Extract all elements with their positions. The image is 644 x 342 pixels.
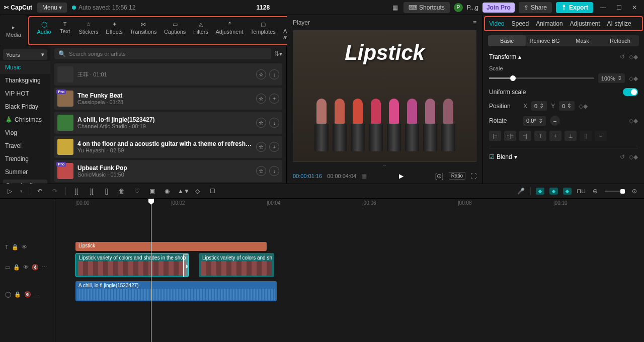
chip-2[interactable]: ◈ [549, 188, 558, 195]
reset-icon[interactable]: ↺ [620, 53, 625, 60]
shield-tool[interactable]: ♡ [132, 188, 141, 195]
sidebar-item-trending[interactable]: Trending [0, 152, 50, 165]
fav-button[interactable]: ☆ [256, 94, 266, 104]
tab-audio[interactable]: ◯Audio [33, 19, 55, 42]
delete-tool[interactable]: 🗑 [117, 188, 126, 195]
avatar[interactable]: P [454, 3, 463, 12]
chip-1[interactable]: ◈ [536, 188, 544, 195]
filter-icon[interactable]: ⇅▾ [274, 50, 282, 57]
tab-templates[interactable]: ▢Templates [247, 19, 279, 42]
share-button[interactable]: ⇪ Share [519, 2, 552, 13]
sounds-select[interactable]: Sounds eff...▾ [3, 180, 47, 184]
prop-tab-video[interactable]: Video [489, 20, 504, 27]
tab-media[interactable]: ▸Media [2, 22, 25, 40]
tab-stickers[interactable]: ☆Stickers [75, 19, 102, 42]
tab-text[interactable]: TText [55, 19, 75, 42]
mirror-tool[interactable]: ▲▼ [178, 188, 187, 195]
align-left[interactable]: |≡ [489, 131, 501, 141]
pos-y-input[interactable]: 0 ⇕ [559, 101, 575, 111]
subtab-retouch[interactable]: Retouch [601, 35, 639, 46]
transition-handle[interactable]: ⋈ [183, 254, 189, 277]
align-vcenter[interactable]: + [549, 131, 561, 141]
zoom-out[interactable]: ⊖ [591, 188, 600, 195]
crop-tool[interactable]: ▣ [147, 188, 156, 195]
join-pro-button[interactable]: Join Pro [482, 3, 515, 13]
pointer-tool[interactable]: ▷ [5, 188, 14, 195]
lock-icon[interactable]: 🔒 [12, 244, 19, 250]
keyframe-icon[interactable]: ◇◆ [629, 75, 638, 82]
add-button[interactable]: ↓ [269, 118, 279, 128]
undo-button[interactable]: ↶ [35, 188, 44, 195]
mute-icon[interactable]: 🔇 [32, 264, 39, 271]
prop-tab-speed[interactable]: Speed [511, 20, 529, 27]
scale-slider[interactable] [489, 77, 594, 79]
rotate-dial[interactable]: – [550, 116, 560, 126]
yours-select[interactable]: Yours▾ [3, 49, 47, 60]
sidebar-item-viphot[interactable]: VIP HOT [0, 87, 50, 100]
tab-transitions[interactable]: ⋈Transitions [126, 19, 160, 42]
prop-tab-animation[interactable]: Animation [536, 20, 562, 27]
lock-icon[interactable]: 🔒 [13, 264, 20, 271]
search-input[interactable]: 🔍 [54, 48, 271, 59]
fav-button[interactable]: ☆ [256, 69, 266, 79]
sidebar-item-summer[interactable]: Summer [0, 165, 50, 179]
transform-label[interactable]: Transform ▴ [489, 53, 521, 60]
fullscreen-icon[interactable]: ⛶ [470, 173, 476, 180]
sidebar-item-music[interactable]: Music [0, 61, 50, 74]
track-row[interactable]: A chill, lo-fi jingle(1523427)Channel At… [54, 112, 282, 134]
zoom-fit[interactable]: ⊙ [630, 188, 639, 195]
split-left[interactable]: ][ [87, 188, 96, 195]
track-row[interactable]: Pro Upbeat Funk PopSonicMusic · 01:50 ☆↓ [54, 160, 282, 182]
rotate-tool[interactable]: ◇ [193, 188, 202, 195]
tab-adjustment[interactable]: ≛Adjustment [212, 19, 247, 42]
align-right[interactable]: ≡| [519, 131, 531, 141]
shortcuts-button[interactable]: ⌨ Shortcuts [404, 2, 450, 13]
sidebar-item-vlog[interactable]: Vlog [0, 126, 50, 139]
keyframe-icon[interactable]: ◇◆ [629, 117, 638, 124]
mic-icon[interactable]: 🎤 [516, 188, 525, 195]
export-button[interactable]: ⭱ Export [556, 2, 593, 13]
record-tool[interactable]: ◉ [163, 188, 172, 195]
eye-icon[interactable]: 👁 [22, 244, 27, 250]
redo-button[interactable]: ↷ [50, 188, 59, 195]
align-top[interactable]: T [534, 131, 546, 141]
playhead[interactable] [151, 199, 151, 342]
add-button[interactable]: ↓ [269, 166, 279, 176]
mute-icon[interactable]: 🔇 [24, 291, 31, 298]
play-button[interactable]: ▶ [399, 173, 404, 180]
eye-icon[interactable]: 👁 [23, 264, 29, 270]
dist-v[interactable]: = [595, 131, 607, 141]
player-menu-icon[interactable]: ≡ [473, 19, 476, 26]
split-tool[interactable]: ]​[ [72, 188, 81, 195]
audio-clip[interactable]: A chill, lo-fi jingle(1523427) [75, 281, 277, 301]
split-right[interactable]: [] [102, 188, 111, 195]
keyframe-icon[interactable]: ◇◆ [579, 103, 588, 110]
align-hcenter[interactable]: ≡|≡ [504, 131, 516, 141]
fav-button[interactable]: ☆ [256, 166, 266, 176]
pos-x-input[interactable]: 0 ⇕ [531, 101, 547, 111]
tab-effects[interactable]: ✦Effects [102, 19, 126, 42]
tab-captions[interactable]: ▭Captions [160, 19, 190, 42]
grid-icon[interactable]: ▦ [361, 173, 367, 180]
dist-h[interactable]: || [580, 131, 592, 141]
scale-value[interactable]: 100% ⇕ [598, 73, 625, 83]
layout-icon[interactable]: ▦ [390, 4, 399, 11]
uniform-toggle[interactable] [623, 88, 638, 96]
track-row[interactable]: 4 on the floor and a acoustic guitar wit… [54, 136, 282, 158]
sidebar-item-blackfriday[interactable]: Black Friday [0, 100, 50, 113]
maximize-button[interactable]: ☐ [613, 4, 625, 11]
subtab-basic[interactable]: Basic [488, 35, 526, 46]
fav-button[interactable]: ☆ [256, 118, 266, 128]
tab-filters[interactable]: ◬Filters [190, 19, 212, 42]
chip-3[interactable]: ◈ [563, 188, 572, 195]
subtab-removebg[interactable]: Remove BG [526, 35, 564, 46]
crop2-tool[interactable]: ☐ [208, 188, 217, 195]
reset-icon[interactable]: ↺ [620, 153, 625, 160]
scan-icon[interactable]: [⊙] [435, 173, 444, 180]
prop-tab-ai[interactable]: AI stylize [607, 20, 631, 27]
menu-button[interactable]: Menu ▾ [37, 3, 67, 13]
close-button[interactable]: ✕ [629, 4, 640, 11]
player-viewport[interactable]: Lipstick [293, 30, 476, 162]
ratio-button[interactable]: Ratio [449, 172, 465, 180]
add-button[interactable]: + [269, 142, 279, 152]
